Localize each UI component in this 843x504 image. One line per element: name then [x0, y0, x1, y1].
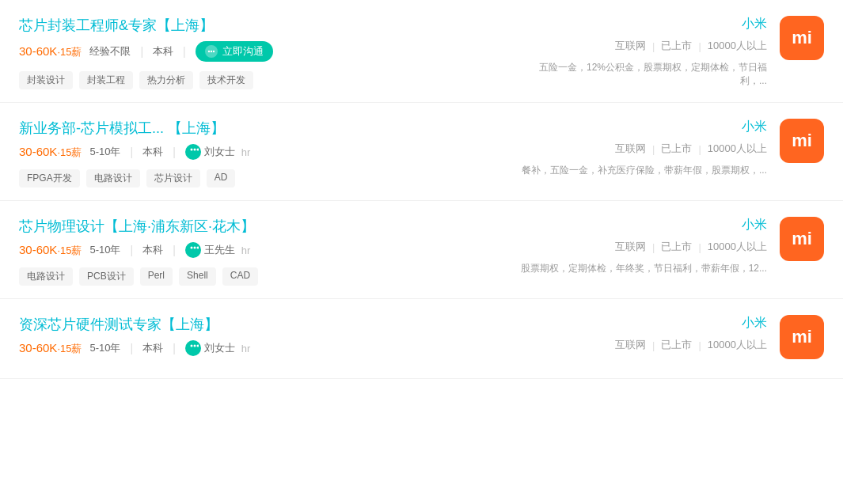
- education: 本科: [142, 243, 163, 257]
- separator: |: [130, 244, 133, 256]
- logo-text: mi: [792, 327, 812, 347]
- meta-sep: |: [698, 40, 701, 52]
- education: 本科: [142, 341, 163, 355]
- job-title[interactable]: 资深芯片硬件测试专家【上海】: [19, 315, 462, 334]
- tag-list: FPGA开发电路设计芯片设计AD: [19, 169, 462, 188]
- tag: Shell: [179, 267, 216, 286]
- company-size: 10000人以上: [708, 39, 767, 53]
- separator: |: [140, 45, 143, 58]
- tag: PCB设计: [79, 267, 134, 286]
- meta-sep: |: [698, 339, 701, 351]
- contact-person-btn[interactable]: 刘女士 hr: [185, 144, 251, 160]
- tag: Perl: [140, 267, 173, 286]
- company-logo[interactable]: mi: [780, 16, 824, 60]
- contact-person-btn[interactable]: 王先生 hr: [185, 242, 251, 258]
- tag: CAD: [222, 267, 258, 286]
- contact-avatar-icon: [185, 144, 201, 160]
- company-info: 小米 互联网 | 已上市 | 10000人以上: [615, 315, 767, 352]
- company-meta: 互联网 | 已上市 | 10000人以上: [615, 338, 767, 352]
- tag-list: 电路设计PCB设计PerlShellCAD: [19, 267, 462, 286]
- svg-point-10: [193, 345, 196, 347]
- company-meta: 互联网 | 已上市 | 10000人以上: [615, 240, 767, 254]
- company-info: 小米 互联网 | 已上市 | 10000人以上 餐补，五险一金，补充医疗保险，带…: [522, 119, 767, 177]
- job-meta: 30-60K·15薪 5-10年 | 本科 | 刘女士 hr: [19, 340, 462, 356]
- meta-sep: |: [652, 339, 655, 351]
- job-left: 新业务部-芯片模拟工... 【上海】 30-60K·15薪 5-10年 | 本科…: [19, 119, 462, 188]
- separator: |: [130, 146, 133, 158]
- company-logo[interactable]: mi: [780, 119, 824, 163]
- svg-point-8: [196, 247, 199, 249]
- separator: |: [173, 146, 176, 158]
- meta-sep: |: [652, 40, 655, 52]
- tag: 热力分析: [139, 71, 193, 89]
- benefits-text: 股票期权，定期体检，年终奖，节日福利，带薪年假，12...: [521, 262, 767, 275]
- tag: 封装设计: [19, 71, 73, 89]
- company-name[interactable]: 小米: [742, 217, 767, 233]
- contact-role: hr: [241, 343, 251, 354]
- job-item-2: 新业务部-芯片模拟工... 【上海】 30-60K·15薪 5-10年 | 本科…: [0, 103, 843, 201]
- job-right: 小米 互联网 | 已上市 | 10000人以上 餐补，五险一金，补充医疗保险，带…: [522, 119, 824, 177]
- logo-text: mi: [792, 131, 812, 151]
- job-title[interactable]: 芯片封装工程师&专家【上海】: [19, 16, 462, 35]
- svg-point-5: [196, 149, 199, 151]
- chat-button[interactable]: 立即沟通: [196, 41, 273, 62]
- company-status: 已上市: [661, 338, 692, 352]
- meta-sep: |: [698, 143, 701, 155]
- company-size: 10000人以上: [708, 338, 767, 352]
- company-logo[interactable]: mi: [780, 315, 824, 359]
- contact-avatar-icon: [185, 340, 201, 356]
- tag: 封装工程: [79, 71, 133, 89]
- job-title[interactable]: 芯片物理设计【上海·浦东新区·花木】: [19, 217, 462, 236]
- tag: 电路设计: [19, 267, 73, 286]
- company-name[interactable]: 小米: [742, 16, 767, 32]
- company-size: 10000人以上: [708, 142, 767, 156]
- contact-role: hr: [241, 244, 251, 256]
- experience: 5-10年: [89, 243, 120, 257]
- contact-name: 王先生: [204, 243, 235, 257]
- svg-point-1: [211, 51, 212, 52]
- svg-point-3: [190, 149, 192, 151]
- job-title[interactable]: 新业务部-芯片模拟工... 【上海】: [19, 119, 462, 138]
- company-logo[interactable]: mi: [780, 217, 824, 261]
- experience: 经验不限: [89, 44, 131, 59]
- separator: |: [183, 45, 186, 58]
- company-status: 已上市: [661, 240, 692, 254]
- salary: 30-60K·15薪: [19, 44, 82, 59]
- tag: 芯片设计: [146, 169, 200, 188]
- company-size: 10000人以上: [708, 240, 767, 254]
- contact-role: hr: [241, 146, 251, 158]
- salary: 30-60K·15薪: [19, 145, 82, 160]
- svg-point-4: [193, 149, 196, 151]
- tag-list: 封装设计封装工程热力分析技术开发: [19, 71, 462, 89]
- benefits-text: 餐补，五险一金，补充医疗保险，带薪年假，股票期权，...: [522, 164, 767, 177]
- experience: 5-10年: [89, 145, 120, 159]
- job-right: 小米 互联网 | 已上市 | 10000人以上 五险一金，12%公积金，股票期权…: [514, 16, 824, 88]
- job-meta: 30-60K·15薪 5-10年 | 本科 | 刘女士 hr: [19, 144, 462, 160]
- tag: AD: [207, 169, 236, 188]
- svg-point-6: [190, 247, 192, 249]
- contact-name: 刘女士: [204, 145, 235, 159]
- contact-name: 刘女士: [204, 341, 235, 355]
- job-meta: 30-60K·15薪 经验不限 | 本科 | 立即沟通: [19, 41, 462, 62]
- company-meta: 互联网 | 已上市 | 10000人以上: [615, 39, 767, 53]
- job-right: 小米 互联网 | 已上市 | 10000人以上 mi: [523, 315, 824, 359]
- svg-point-2: [213, 51, 215, 52]
- job-left: 芯片封装工程师&专家【上海】 30-60K·15薪 经验不限 | 本科 | 立即…: [19, 16, 462, 89]
- salary: 30-60K·15薪: [19, 341, 82, 356]
- job-item-1: 芯片封装工程师&专家【上海】 30-60K·15薪 经验不限 | 本科 | 立即…: [0, 0, 843, 103]
- job-list: 芯片封装工程师&专家【上海】 30-60K·15薪 经验不限 | 本科 | 立即…: [0, 0, 843, 379]
- company-name[interactable]: 小米: [742, 119, 767, 135]
- company-name[interactable]: 小米: [742, 315, 767, 332]
- company-industry: 互联网: [615, 338, 646, 352]
- salary: 30-60K·15薪: [19, 243, 82, 258]
- svg-point-11: [196, 345, 199, 347]
- education: 本科: [153, 44, 173, 59]
- company-info: 小米 互联网 | 已上市 | 10000人以上 股票期权，定期体检，年终奖，节日…: [521, 217, 767, 275]
- company-status: 已上市: [661, 142, 692, 156]
- svg-point-7: [193, 247, 196, 249]
- meta-sep: |: [698, 241, 701, 253]
- logo-text: mi: [792, 28, 812, 48]
- contact-person-btn[interactable]: 刘女士 hr: [185, 340, 251, 356]
- tag: FPGA开发: [19, 169, 80, 188]
- experience: 5-10年: [89, 341, 120, 355]
